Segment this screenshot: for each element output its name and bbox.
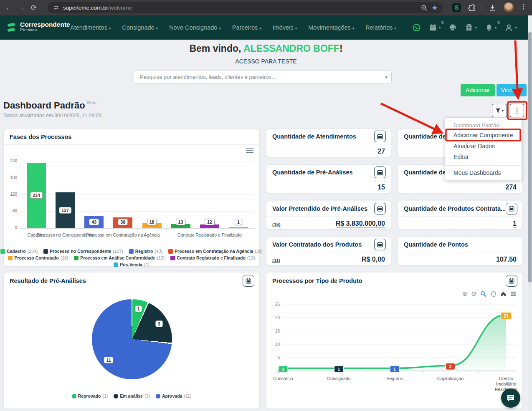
beta-badge: Beta — [87, 100, 97, 105]
gridline — [20, 161, 255, 161]
pan-hand-icon[interactable] — [490, 291, 497, 297]
whatsapp-icon[interactable] — [412, 23, 421, 32]
nav-item-consignado[interactable]: Consignado▾ — [122, 24, 158, 31]
legend-item[interactable]: Processo no Correspondente(127) — [43, 249, 123, 254]
browser-menu-kebab-icon[interactable]: ⋮ — [520, 3, 527, 10]
legend-swatch — [170, 256, 175, 260]
global-search-select[interactable]: ▾ — [134, 71, 392, 83]
chat-icon — [506, 393, 515, 403]
legend-label: Processo Contratado — [14, 255, 58, 260]
point-badge[interactable]: 1 — [390, 366, 399, 373]
site-info-icon[interactable] — [53, 5, 59, 11]
vincular-button[interactable]: Vincular — [497, 84, 527, 96]
calendar-filter-button[interactable] — [506, 203, 517, 214]
legend-row: Pós-Venda(1) — [7, 262, 256, 267]
legend-item[interactable]: Cadastro(234) — [0, 249, 38, 254]
zoom-page-icon[interactable] — [421, 5, 428, 11]
legend-item[interactable]: Em análise(3) — [114, 393, 150, 398]
selection-zoom-icon[interactable] — [480, 291, 486, 297]
point-badge[interactable]: 1 — [279, 366, 288, 373]
chat-widget-button[interactable] — [501, 388, 520, 408]
svg-text:5: 5 — [277, 356, 280, 360]
legend-item[interactable]: Aprovada(11) — [156, 393, 191, 398]
superleme-logo[interactable] — [5, 21, 17, 34]
card-title: Quantidade de Pontos — [404, 241, 468, 248]
chart-menu-icon[interactable] — [510, 291, 517, 297]
menu-item-meus-dashboards[interactable]: Meus Dashboards — [445, 167, 522, 178]
calendar-filter-button[interactable] — [374, 239, 386, 250]
stat-count-link[interactable]: (15) — [272, 222, 281, 227]
menu-item-editar[interactable]: Editar — [445, 151, 522, 162]
zoom-in-icon[interactable]: ⊕ — [462, 290, 468, 298]
stat-value-link[interactable]: 15 — [377, 184, 385, 191]
nav-item-parceiros[interactable]: Parceiros▾ — [232, 24, 261, 31]
menu-item-atualizar-dados[interactable]: Atualizar Dados — [445, 141, 522, 151]
chevron-down-icon: ▾ — [502, 109, 504, 113]
nav-item-atendimentos[interactable]: Atendimentos▾ — [70, 24, 111, 31]
nav-item-relatorios[interactable]: Relatórios▾ — [365, 24, 396, 31]
address-bar[interactable]: superleme.com.br/welcome ★ — [48, 2, 443, 13]
svg-text:15: 15 — [275, 329, 280, 333]
calendar-icon — [377, 206, 383, 212]
axis-tick — [166, 228, 167, 230]
card-resultado-pre-analises: Resultado de Pré-Análises 1311 Reprovado… — [3, 272, 260, 409]
stat-count-link[interactable]: (11) — [272, 258, 280, 263]
card-title: Valor Pretendido de Pré-Análises — [272, 205, 367, 212]
calendar-filter-button[interactable] — [374, 166, 386, 178]
legend-item[interactable]: Processo em Contratação na Agência(38) — [168, 249, 263, 254]
brand-name[interactable]: Correspondente — [20, 21, 70, 28]
download-icon[interactable] — [489, 4, 497, 12]
extensions-puzzle-icon[interactable] — [468, 4, 476, 12]
nav-item-novo-consignado[interactable]: Novo Consignado▾ — [169, 24, 221, 31]
card-title: Quantidade de — [404, 169, 446, 176]
chart-menu-icon[interactable] — [246, 148, 253, 153]
pie-chart[interactable] — [92, 299, 172, 379]
browser-back-icon[interactable]: ← — [3, 4, 15, 12]
stat-value-link[interactable]: R$ 3.830.000,00 — [336, 220, 385, 227]
scrollbar-thumb[interactable] — [528, 32, 532, 282]
browser-reload-icon[interactable]: ⟳ — [28, 3, 40, 12]
stat-value-link[interactable]: R$ 0,00 — [362, 256, 385, 263]
superleme-extension-icon[interactable]: S — [452, 3, 461, 12]
point-badge[interactable]: 2 — [446, 363, 455, 370]
browser-forward-icon[interactable]: → — [15, 4, 28, 12]
search-input[interactable] — [139, 73, 385, 81]
point-badge[interactable]: 1 — [334, 366, 344, 373]
calendar-filter-button[interactable] — [374, 131, 386, 142]
legend-item[interactable]: Reprovado(1) — [72, 393, 108, 398]
bookmark-star-icon[interactable]: ★ — [432, 4, 438, 12]
legend-count: (234) — [28, 249, 38, 254]
zoom-out-icon[interactable]: ⊖ — [471, 290, 476, 298]
legend-item[interactable]: Processo Contratado(18) — [8, 255, 68, 260]
gift-icon[interactable]: ▾ — [465, 23, 477, 32]
legend-count: (11) — [184, 393, 191, 398]
nav-item-movimentacoes[interactable]: Movimentações▾ — [308, 24, 354, 31]
legend-item[interactable]: Processo em Análise Conformidade(13) — [74, 255, 165, 260]
reset-home-icon[interactable] — [500, 291, 507, 297]
user-account-icon[interactable]: ▾ — [504, 23, 517, 32]
print-icon[interactable] — [448, 23, 457, 32]
stat-value-link[interactable]: 1 — [513, 220, 517, 227]
stat-value-link[interactable]: 274 — [505, 184, 517, 191]
filter-button[interactable]: ▾ — [492, 104, 507, 117]
legend-item[interactable]: Pós-Venda(1) — [114, 262, 149, 267]
menu-item-adicionar-componente[interactable]: Adicionar Componente — [445, 130, 522, 141]
notifications-bell-icon[interactable]: 0 ▾ — [485, 23, 497, 32]
calendar-filter-button[interactable] — [374, 203, 386, 214]
dashboard-options-kebab-button[interactable]: ⋮ — [510, 104, 524, 117]
bar-chart-legend: Cadastro(234)Processo no Correspondente(… — [7, 247, 256, 267]
calendar-nav-icon[interactable]: 0 ▾ — [429, 23, 441, 32]
legend-item[interactable]: Contrato Registrado e Finalizado(12) — [170, 255, 255, 260]
bar-7[interactable] — [229, 227, 248, 228]
legend-item[interactable]: Registro(43) — [129, 249, 162, 254]
point-badge[interactable]: 21 — [501, 313, 512, 319]
scrollbar-track[interactable] — [528, 15, 532, 411]
chevron-down-icon: ▾ — [259, 26, 261, 30]
calendar-filter-button[interactable] — [243, 275, 254, 287]
adicionar-button[interactable]: Adicionar — [461, 84, 495, 96]
nav-item-imoveis[interactable]: Imóveis▾ — [273, 24, 297, 31]
stat-value-link[interactable]: 27 — [377, 148, 385, 155]
legend-label: Cadastro — [7, 249, 26, 254]
browser-profile-avatar[interactable] — [504, 3, 514, 13]
calendar-icon — [509, 206, 514, 212]
